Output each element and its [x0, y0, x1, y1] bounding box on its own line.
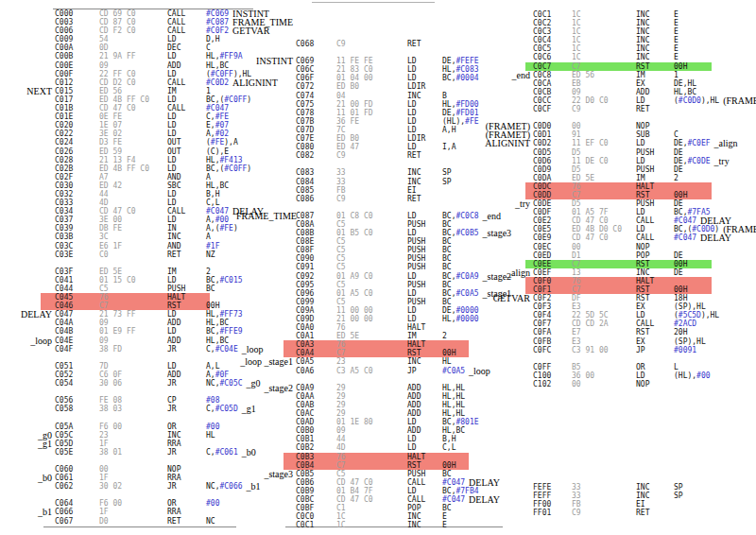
- asm-row-C0DA[interactable]: C0DAED 5EIM2: [477, 174, 756, 182]
- asm-row-C030[interactable]: C030ED 42SBCHL,BC: [2, 181, 253, 190]
- asm-row-C024[interactable]: C024D3 FEOUT(#FE),A: [2, 138, 253, 147]
- asm-address: C07B: [296, 117, 336, 126]
- asm-row-C0C4[interactable]: C0C41CINCE: [477, 36, 756, 44]
- asm-row-C054[interactable]: C05430 06JRNC,#C05C_g0: [2, 379, 253, 388]
- asm-label: [2, 371, 55, 379]
- asm-row-C026[interactable]: C026ED 59OUT(C),E: [2, 147, 253, 156]
- asm-row-C051[interactable]: C0517DLDA,L: [2, 362, 253, 371]
- asm-row-C100[interactable]: C10036 00LD(HL),#00: [477, 371, 756, 380]
- hex-number: #2ACD: [674, 319, 696, 328]
- asm-mnemonic: CALL: [167, 18, 206, 26]
- asm-row-C00F[interactable]: C00F22 FF C0LD(#C0FF),HL: [2, 70, 253, 78]
- asm-row-FF00[interactable]: FF00FBEI: [477, 500, 756, 509]
- asm-row-C033[interactable]: C0334DLDC,L: [2, 198, 253, 207]
- asm-row-C0E9[interactable]: C0E9CD 47 C0CALL#C047DELAY: [477, 233, 756, 242]
- asm-row-C02B[interactable]: C02BED 4B FF C0LDBC,(#C0FF): [2, 164, 253, 173]
- asm-row-C02F[interactable]: C02FA7ANDA: [2, 173, 253, 181]
- asm-row-C039[interactable]: C039DB FEINA,(#FE): [2, 224, 253, 233]
- asm-row-C0DE[interactable]: _tryC0DED5PUSHDE: [477, 199, 756, 208]
- asm-row-C044[interactable]: C044C5PUSHBC: [2, 285, 253, 293]
- asm-row-C0AD[interactable]: C0AD01 1E 80LDBC,#801E: [236, 418, 522, 426]
- asm-row-C056[interactable]: C056FE 08CP#08: [2, 396, 253, 405]
- asm-row-FEFE[interactable]: FEFE33INCSP: [477, 483, 756, 492]
- asm-row-C0D2[interactable]: ALIGNINTC0D211 EF C0LDDE,#C0EF_align: [477, 139, 756, 147]
- asm-row-C045[interactable]: C04576HALT: [2, 293, 253, 302]
- asm-row-C03E[interactable]: C03EC0RETNZ: [2, 250, 253, 259]
- asm-row-C04E[interactable]: _loopC04E09ADDHL,BC: [2, 337, 253, 345]
- asm-row-C0F0[interactable]: C0F076HALT: [477, 277, 756, 285]
- asm-row-C0C2[interactable]: C0C21CINCE: [477, 19, 756, 27]
- asm-row-C017[interactable]: C017ED 4B FF C0LDBC,(#C0FF): [2, 95, 253, 104]
- asm-row-C0FA[interactable]: C0FAE7RST20H: [477, 328, 756, 337]
- asm-row-C003[interactable]: C003CD 87 C0CALL#C087FRAME_TIME: [2, 18, 253, 26]
- asm-row-C0D6[interactable]: C0D611 DE C0LDDE,#C0DE_try: [477, 157, 756, 165]
- asm-row-C009[interactable]: C00954LDD,H: [2, 35, 253, 43]
- asm-row-FEFF[interactable]: FEFF33INCSP: [477, 492, 756, 500]
- asm-row-C0F2[interactable]: GETVARC0F2DFRST18H: [477, 294, 756, 302]
- asm-row-C01B[interactable]: C01BCD 47 C0CALL#C047: [2, 104, 253, 112]
- asm-bytes: C7: [572, 285, 636, 294]
- asm-row-C0FF[interactable]: C0FFB5ORL: [477, 363, 756, 371]
- asm-row-C0DC[interactable]: C0DC76HALT: [477, 182, 756, 191]
- asm-operand: SP: [442, 178, 452, 186]
- asm-address: C044: [55, 285, 99, 293]
- asm-row-FF01[interactable]: FF01C9RET: [477, 509, 756, 517]
- asm-row-C04F[interactable]: C04F38 FDJRC,#C04E_loop: [2, 345, 253, 354]
- asm-row-C037[interactable]: C0373E 00LDA,#00: [2, 216, 253, 224]
- asm-address: C0E2: [533, 216, 572, 225]
- asm-bytes: 01 15 C0: [99, 276, 167, 285]
- asm-row-C0CF[interactable]: C0CFC9RET: [477, 105, 756, 113]
- asm-row-C0F4[interactable]: C0F422 5D 5CLD(#5C5D),HL: [477, 311, 756, 319]
- asm-row-C03C[interactable]: C03CE6 1FAND#1F: [2, 242, 253, 250]
- asm-row-C05D[interactable]: _g1C05D1FRRA: [2, 440, 253, 448]
- asm-row-C0C6[interactable]: C0C61CINCE: [477, 53, 756, 61]
- asm-row-C0C1[interactable]: C0C11CINCE: [236, 521, 522, 529]
- asm-row-C020[interactable]: C0201E 07LDE,#07: [2, 121, 253, 129]
- asm-row-C032[interactable]: C03244LDB,H: [2, 190, 253, 198]
- asm-row-C0C8[interactable]: _endC0C8ED 56IM1: [477, 71, 756, 79]
- asm-row-C03F[interactable]: C03FED 5EIM2: [2, 268, 253, 276]
- asm-row-C0D9[interactable]: C0D9D5PUSHDE: [477, 165, 756, 174]
- asm-row-C067[interactable]: C067D0RETNC: [2, 517, 253, 526]
- asm-row-C0C3[interactable]: C0C31CINCE: [477, 27, 756, 36]
- asm-label: [2, 70, 55, 78]
- asm-row-C006[interactable]: C006CD F2 C0CALL#C0F2GETVAR: [2, 26, 253, 35]
- asm-row-C00B[interactable]: C00B21 9A FFLDHL,#FF9A: [2, 52, 253, 60]
- asm-row-C0FC[interactable]: C0FCC3 91 00JP#0091: [477, 346, 756, 354]
- asm-row-C0EF[interactable]: _alignC0EF13INCDE: [477, 268, 756, 277]
- asm-row-C041[interactable]: C04101 15 C0LDBC,#C015: [2, 276, 253, 285]
- asm-row-C00A[interactable]: C00A0DDECC: [2, 43, 253, 52]
- asm-row-C0C1[interactable]: C0C11CINCE: [477, 10, 756, 19]
- asm-row-C0CA[interactable]: C0CAEBEXDE,HL: [477, 79, 756, 88]
- asm-row-C0CC[interactable]: C0CC22 D0 C0LD(#C0D0),HL(FRAMET): [477, 96, 756, 105]
- asm-row-C0F3[interactable]: C0F3E3EX(SP),HL: [477, 302, 756, 311]
- asm-row-C0C5[interactable]: C0C51CINCE: [477, 44, 756, 53]
- asm-row-C062[interactable]: C06230 02JRNC,#C066_b1: [2, 482, 253, 491]
- asm-row-C066[interactable]: _b1C0661FRRA: [2, 508, 253, 516]
- asm-operand: HL,BC: [206, 61, 229, 70]
- asm-row-C00E[interactable]: C00E09ADDHL,BC: [2, 61, 253, 70]
- asm-row-C058[interactable]: C05838 03JRC,#C05D_g1: [2, 405, 253, 413]
- asm-row-C0FB[interactable]: C0FBE3EX(SP),HL: [477, 337, 756, 346]
- asm-row-C034[interactable]: C034CD 47 C0CALL#C047DELAY: [2, 207, 253, 216]
- asm-row-C0E2[interactable]: C0E2CD 47 C0CALL#C047DELAY: [477, 216, 756, 225]
- asm-row-C04A[interactable]: C04A09ADDHL,BC: [2, 319, 253, 327]
- asm-address: C0DE: [533, 199, 572, 208]
- asm-row-C102[interactable]: C10200NOP: [477, 380, 756, 388]
- asm-row-C03B[interactable]: C03B3CINCA: [2, 233, 253, 241]
- asm-row-C05E[interactable]: C05E38 01JRC,#C061_b0: [2, 448, 253, 457]
- asm-row-C061[interactable]: _b0C0611FRRA: [2, 474, 253, 482]
- asm-row-C0F7[interactable]: C0F7CD CD 2ACALL#2ACD: [477, 319, 756, 328]
- asm-row-C028[interactable]: C02821 13 F4LDHL,#F413: [2, 156, 253, 164]
- asm-operand: A,#0F: [206, 371, 229, 379]
- asm-row-C000[interactable]: C000CD 69 C0CALL#C069INSTINT: [2, 9, 253, 18]
- asm-row-C015[interactable]: NEXTC015ED 56IM1: [2, 87, 253, 95]
- asm-row-C0ED[interactable]: C0EDD1POPDE: [477, 251, 756, 260]
- asm-row-C022[interactable]: C0223E 02LDA,#02: [2, 129, 253, 138]
- asm-row-C01E[interactable]: C01E0E FELDC,#FE: [2, 112, 253, 121]
- asm-row-C052[interactable]: C052C6 0FADDA,#0F: [2, 371, 253, 379]
- asm-operand: DE,#0000: [442, 306, 479, 315]
- asm-row-C0EC[interactable]: C0EC00NOP: [477, 243, 756, 251]
- asm-row-C047[interactable]: DELAYC04721 73 FFLDHL,#FF73: [2, 310, 253, 319]
- asm-row-C0CB[interactable]: C0CB09ADDHL,BC: [477, 88, 756, 96]
